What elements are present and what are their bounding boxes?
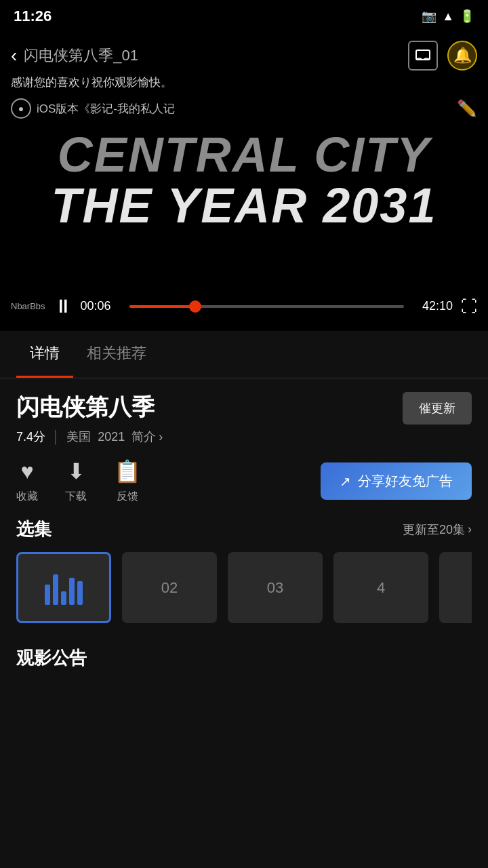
status-icons: 📷 ▲ 🔋 (422, 9, 474, 24)
show-year: 2021 (98, 430, 125, 444)
episode-update-link[interactable]: 更新至20集 › (403, 521, 472, 538)
show-rating: 7.4分 (16, 429, 45, 445)
edit-icon[interactable]: ✏️ (457, 99, 477, 118)
announcement-section: 观影公告 (0, 646, 488, 670)
progress-fill (129, 305, 195, 308)
show-title: 闪电侠第八季 (16, 392, 163, 423)
update-button[interactable]: 催更新 (403, 392, 472, 425)
episode-num-02: 02 (161, 579, 178, 597)
collect-button[interactable]: ♥ 收藏 (16, 459, 38, 504)
collect-label: 收藏 (16, 490, 38, 504)
notification-bar: 感谢您的喜欢り祝你观影愉快。 (0, 71, 488, 94)
ios-bar-icon: ● (11, 98, 31, 119)
back-button[interactable]: ‹ (11, 45, 17, 66)
episode-list: 02 03 4 05 06 (16, 552, 472, 630)
episode-num-03: 03 (267, 579, 283, 597)
progress-bar[interactable] (129, 305, 404, 308)
nbarbs-label: NbarBbs (11, 301, 45, 311)
episode-num-04: 4 (377, 579, 385, 597)
download-button[interactable]: ⬇ 下载 (65, 458, 87, 504)
feedback-label: 反馈 (117, 490, 138, 504)
episode-thumb-05[interactable]: 05 (439, 552, 472, 623)
tab-related[interactable]: 相关推荐 (73, 331, 160, 378)
feedback-icon: 📋 (114, 458, 141, 484)
action-row: ♥ 收藏 ⬇ 下载 📋 反馈 ↗ 分享好友免广告 (16, 458, 472, 504)
video-title-central: CENTRAL CITY (58, 130, 431, 179)
tab-details[interactable]: 详情 (16, 331, 73, 378)
brief-link[interactable]: 简介 › (131, 429, 163, 445)
episode-section-header: 选集 更新至20集 › (16, 517, 472, 541)
video-top-right: 🔔 (408, 41, 477, 71)
wifi-icon: ▲ (442, 9, 454, 24)
episode-thumb-04[interactable]: 4 (333, 552, 428, 623)
ios-bar: ● iOS版本《影记-我的私人记 ✏️ (0, 95, 488, 122)
announce-title: 观影公告 (16, 646, 472, 670)
battery-icon: 🔋 (460, 9, 474, 24)
fullscreen-button[interactable]: ⛶ (461, 297, 477, 316)
download-label: 下载 (65, 490, 87, 504)
video-title-year: THE YEAR 2031 (52, 179, 437, 233)
total-time: 42:10 (412, 299, 453, 313)
episode-thumb-01[interactable] (16, 552, 111, 623)
share-button[interactable]: ↗ 分享好友免广告 (321, 462, 472, 500)
controls-top: NbarBbs ⏸ 00:06 42:10 ⛶ (11, 295, 477, 317)
feedback-button[interactable]: 📋 反馈 (114, 458, 141, 504)
heart-icon: ♥ (21, 459, 34, 484)
share-label: 分享好友免广告 (358, 472, 453, 490)
ep-bars (45, 571, 83, 605)
play-pause-button[interactable]: ⏸ (54, 295, 73, 317)
chevron-right-icon: › (159, 430, 163, 444)
episode-thumb-03[interactable]: 03 (228, 552, 323, 623)
download-icon: ⬇ (67, 458, 85, 484)
controls-bar: NbarBbs ⏸ 00:06 42:10 ⛶ (0, 288, 488, 331)
share-icon: ↗ (340, 473, 351, 490)
content-area: 闪电侠第八季 7.4分 │ 美国 2021 简介 › 催更新 ♥ 收藏 ⬇ 下载… (0, 378, 488, 630)
video-top-title: 闪电侠第八季_01 (24, 45, 138, 66)
bell-icon-circle[interactable]: 🔔 (447, 41, 477, 71)
current-time: 00:06 (81, 299, 121, 313)
video-area: CENTRAL CITY THE YEAR 2031 ‹ 闪电侠第八季_01 🔔… (0, 33, 488, 331)
camera-icon: 📷 (422, 9, 436, 24)
progress-thumb[interactable] (189, 300, 201, 313)
episode-thumb-02[interactable]: 02 (122, 552, 217, 623)
video-top-left: ‹ 闪电侠第八季_01 (11, 45, 138, 66)
tabs-row: 详情 相关推荐 (0, 331, 488, 378)
show-info-left: 闪电侠第八季 7.4分 │ 美国 2021 简介 › (16, 392, 163, 445)
cast-button[interactable] (408, 41, 438, 71)
show-country: 美国 (66, 429, 91, 445)
episode-section-title: 选集 (16, 517, 52, 541)
chevron-right-icon: › (468, 522, 472, 536)
show-info-row: 闪电侠第八季 7.4分 │ 美国 2021 简介 › 催更新 (16, 392, 472, 445)
status-time: 11:26 (14, 7, 52, 25)
status-bar: 11:26 📷 ▲ 🔋 (0, 0, 488, 33)
show-meta: 7.4分 │ 美国 2021 简介 › (16, 429, 163, 445)
